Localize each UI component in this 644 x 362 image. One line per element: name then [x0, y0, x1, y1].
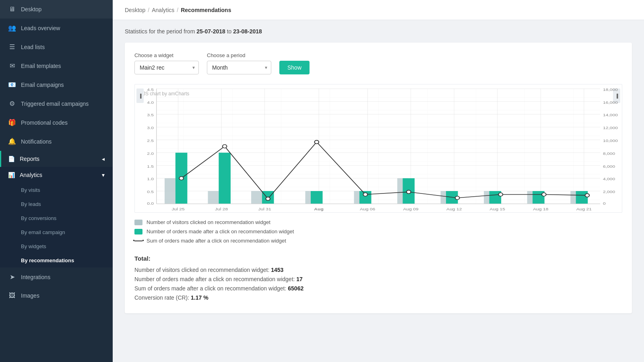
- totals-value-orders: 17: [296, 276, 303, 282]
- lead-lists-icon: ☰: [8, 43, 16, 51]
- sidebar-item-leads-overview[interactable]: 👥 Leads overview: [0, 19, 113, 37]
- sidebar-item-lead-lists[interactable]: ☰ Lead lists: [0, 37, 113, 56]
- sidebar-item-by-leads[interactable]: By leads: [0, 197, 113, 211]
- notifications-icon: 🔔: [8, 138, 16, 145]
- leads-overview-icon: 👥: [8, 24, 16, 32]
- images-icon: 🖼: [8, 292, 16, 299]
- svg-point-77: [455, 196, 460, 200]
- totals-row-sum: Sum of orders made after a click on reco…: [134, 285, 622, 292]
- sidebar-item-label: Email templates: [21, 63, 105, 69]
- main-content: Desktop / Analytics / Recommendations St…: [113, 0, 644, 362]
- svg-text:10,000: 10,000: [603, 138, 618, 143]
- svg-text:14,000: 14,000: [603, 113, 618, 117]
- svg-text:Aug 15: Aug 15: [490, 207, 505, 211]
- totals-value-cr: 1.17 %: [191, 294, 208, 301]
- widget-select[interactable]: Main2 rec Widget 1 Widget 2: [134, 61, 199, 74]
- reports-collapse-icon: ◂: [102, 156, 105, 162]
- period-select[interactable]: Day Week Month Year: [207, 61, 271, 74]
- breadcrumb-desktop[interactable]: Desktop: [125, 7, 145, 13]
- legend-item-sum: Sum of orders made after a click on reco…: [134, 238, 622, 244]
- sidebar-item-by-email-campaign[interactable]: By email campaign: [0, 225, 113, 239]
- sidebar-item-by-visits[interactable]: By visits: [0, 183, 113, 197]
- totals-row-visitors: Number of visitors clicked on recommenda…: [134, 267, 622, 273]
- svg-rect-51: [165, 178, 175, 204]
- totals-row-orders: Number of orders made after a click on r…: [134, 276, 622, 282]
- sidebar-item-desktop[interactable]: 🖥 Desktop: [0, 0, 113, 19]
- svg-text:12,000: 12,000: [603, 126, 618, 130]
- sidebar-item-reports[interactable]: 📄 Reports ◂: [0, 151, 113, 167]
- svg-text:Jul 28: Jul 28: [215, 207, 228, 211]
- sidebar-item-triggered-email-campaigns[interactable]: ⚙ Triggered email campaigns: [0, 94, 113, 113]
- svg-text:2.0: 2.0: [147, 151, 154, 156]
- totals-section: Total: Number of visitors clicked on rec…: [134, 255, 622, 301]
- chart-container: JS chart by amCharts ▐ ▐ 4.5 4.0 3.5: [134, 84, 622, 213]
- svg-text:6,000: 6,000: [603, 164, 615, 169]
- breadcrumb-current: Recommendations: [181, 7, 231, 13]
- svg-text:Jul 25: Jul 25: [171, 207, 184, 211]
- legend-line-sum: [134, 241, 142, 241]
- breadcrumb-analytics[interactable]: Analytics: [152, 7, 174, 13]
- integrations-icon: ➤: [8, 273, 16, 281]
- svg-point-75: [363, 193, 367, 196]
- svg-text:Aug 18: Aug 18: [533, 207, 548, 211]
- breadcrumb-sep-2: /: [177, 7, 178, 13]
- chart-legend: Number of visitors clicked on recommenda…: [134, 219, 622, 244]
- show-button[interactable]: Show: [279, 61, 310, 74]
- analytics-sub-items: By visits By leads By conversions By ema…: [0, 183, 113, 267]
- svg-rect-64: [311, 191, 323, 204]
- analytics-section: 📊 Analytics ▾ By visits By leads By conv…: [0, 167, 113, 267]
- totals-value-sum: 65062: [288, 285, 303, 292]
- widget-select-wrapper: Main2 rec Widget 1 Widget 2: [134, 61, 199, 74]
- sidebar-item-label: Triggered email campaigns: [21, 101, 105, 107]
- svg-point-79: [542, 193, 546, 196]
- sidebar-item-label: Desktop: [21, 6, 105, 12]
- legend-swatch-orders: [134, 229, 142, 234]
- svg-point-73: [266, 197, 270, 200]
- svg-text:0.5: 0.5: [147, 190, 154, 194]
- legend-label-visitors: Number of visitors clicked on recommenda…: [147, 219, 270, 225]
- svg-text:Aug 09: Aug 09: [403, 207, 419, 211]
- date-from: 25-07-2018: [196, 28, 225, 35]
- date-to: 23-08-2018: [233, 28, 262, 35]
- sidebar-item-email-campaigns[interactable]: 📧 Email campaigns: [0, 75, 113, 94]
- svg-point-80: [585, 193, 590, 197]
- desktop-icon: 🖥: [8, 6, 16, 13]
- period-filter-group: Choose a period Day Week Month Year: [207, 52, 271, 74]
- svg-rect-62: [219, 153, 231, 204]
- sidebar-item-images[interactable]: 🖼 Images: [0, 286, 113, 305]
- svg-text:2,000: 2,000: [603, 190, 615, 194]
- period-select-wrapper: Day Week Month Year: [207, 61, 271, 74]
- sidebar-item-notifications[interactable]: 🔔 Notifications: [0, 132, 113, 151]
- svg-text:2.5: 2.5: [147, 138, 154, 143]
- breadcrumb: Desktop / Analytics / Recommendations: [125, 7, 231, 13]
- widget-filter-group: Choose a widget Main2 rec Widget 1 Widge…: [134, 52, 199, 74]
- legend-label-sum: Sum of orders made after a click on reco…: [147, 238, 286, 244]
- sidebar-item-by-widgets[interactable]: By widgets: [0, 239, 113, 253]
- svg-text:4,000: 4,000: [603, 177, 615, 181]
- analytics-expand-icon: ▾: [102, 172, 105, 178]
- svg-text:Jul 31: Jul 31: [258, 207, 271, 211]
- svg-text:3.5: 3.5: [147, 113, 154, 117]
- svg-text:1.0: 1.0: [147, 177, 154, 181]
- svg-text:Aug 21: Aug 21: [576, 207, 592, 211]
- sidebar-item-label: Images: [21, 292, 105, 299]
- sidebar-item-email-templates[interactable]: ✉ Email templates: [0, 56, 113, 75]
- totals-row-cr: Conversion rate (CR): 1.17 %: [134, 294, 622, 301]
- svg-text:18,000: 18,000: [603, 87, 618, 92]
- sidebar-item-promotional-codes[interactable]: 🎁 Promotional codes: [0, 113, 113, 132]
- svg-text:Aug 06: Aug 06: [360, 207, 375, 211]
- widget-filter-label: Choose a widget: [134, 52, 199, 58]
- filters-row: Choose a widget Main2 rec Widget 1 Widge…: [134, 52, 622, 74]
- sidebar-item-analytics[interactable]: 📊 Analytics ▾: [0, 167, 113, 183]
- legend-label-orders: Number of orders made after a click on r…: [147, 228, 294, 234]
- totals-value-visitors: 1453: [271, 267, 283, 273]
- topbar: Desktop / Analytics / Recommendations: [113, 0, 644, 20]
- main-card: Choose a widget Main2 rec Widget 1 Widge…: [125, 43, 632, 313]
- sidebar-item-by-recommendations[interactable]: By recommendations: [0, 253, 113, 267]
- sidebar-item-label: Lead lists: [21, 44, 105, 50]
- svg-point-76: [407, 190, 411, 193]
- sidebar-item-by-conversions[interactable]: By conversions: [0, 211, 113, 225]
- svg-text:0.0: 0.0: [147, 201, 154, 206]
- sidebar-item-label: Notifications: [21, 138, 105, 145]
- sidebar-item-integrations[interactable]: ➤ Integrations: [0, 267, 113, 286]
